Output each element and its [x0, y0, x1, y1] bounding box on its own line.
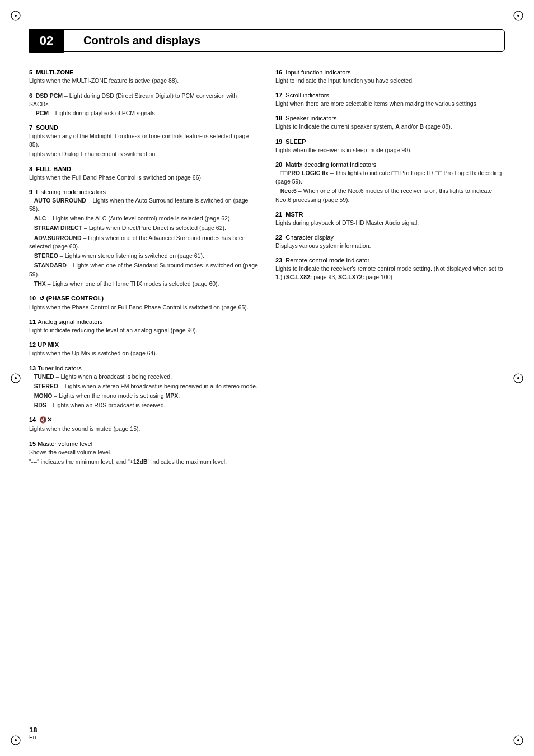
section-19-body: Lights when the receiver is in sleep mod… — [275, 146, 505, 154]
section-20: 20 Matrix decoding format indicators □□P… — [275, 161, 505, 204]
svg-point-5 — [15, 739, 17, 741]
chapter-number: 02 — [29, 29, 64, 53]
svg-point-1 — [15, 15, 17, 17]
section-8-body: Lights when the Full Band Phase Control … — [29, 173, 259, 182]
section-22-body: Displays various system information. — [275, 242, 505, 250]
section-16-body: Light to indicate the input function you… — [275, 77, 505, 85]
section-6-body: 6 DSD PCM – Light during DSD (Direct Str… — [29, 92, 259, 118]
svg-point-9 — [15, 377, 17, 379]
section-11-title: 11 Analog signal indicators — [29, 318, 259, 325]
section-12: 12 UP MIX Lights when the Up Mix is swit… — [29, 341, 259, 358]
section-17-title: 17 Scroll indicators — [275, 92, 505, 98]
section-7-title: 7 SOUND — [29, 124, 259, 131]
section-16: 16 Input function indicators Light to in… — [275, 69, 505, 85]
section-15-title: 15 Master volume level — [29, 440, 259, 447]
left-column: 5 MULTI-ZONE Lights when the MULTI-ZONE … — [29, 69, 259, 473]
footer: 18 En — [29, 726, 37, 740]
section-9-body: AUTO SURROUND – Lights when the Auto Sur… — [29, 196, 259, 288]
section-5-body: Lights when the MULTI-ZONE feature is ac… — [29, 77, 259, 85]
section-6: 6 DSD PCM – Light during DSD (Direct Str… — [29, 92, 259, 118]
section-9: 9 Listening mode indicators AUTO SURROUN… — [29, 189, 259, 288]
section-22-title: 22 Character display — [275, 234, 505, 241]
main-content: 5 MULTI-ZONE Lights when the MULTI-ZONE … — [29, 69, 505, 473]
corner-mark-tr — [513, 10, 524, 21]
section-23-title: 23 Remote control mode indicator — [275, 257, 505, 264]
section-10: 10 ↺ (PHASE CONTROL) Lights when the Pha… — [29, 295, 259, 312]
page-number: 18 — [29, 726, 37, 734]
section-20-body: □□PRO LOGIC IIx – This lights to indicat… — [275, 169, 505, 204]
section-18-body: Lights to indicate the current speaker s… — [275, 123, 505, 131]
section-8: 8 FULL BAND Lights when the Full Band Ph… — [29, 166, 259, 182]
section-5-title: 5 MULTI-ZONE — [29, 69, 259, 76]
section-14-title: 14 🔇✕ — [29, 416, 259, 424]
header: 02 Controls and displays — [29, 29, 505, 52]
section-8-title: 8 FULL BAND — [29, 166, 259, 172]
section-11-body: Light to indicate reducing the level of … — [29, 326, 259, 335]
section-7-body: Lights when any of the Midnight, Loudnes… — [29, 132, 259, 159]
corner-mark-mr — [513, 373, 524, 384]
section-12-body: Lights when the Up Mix is switched on (p… — [29, 349, 259, 358]
section-10-body: Lights when the Phase Control or Full Ba… — [29, 303, 259, 312]
corner-mark-tl — [10, 10, 21, 21]
phase-control-icon: ↺ — [39, 295, 44, 302]
section-13-body: TUNED – Lights when a broadcast is being… — [29, 373, 259, 410]
section-13-title: 13 Tuner indicators — [29, 365, 259, 372]
section-15: 15 Master volume level Shows the overall… — [29, 440, 259, 466]
section-23: 23 Remote control mode indicator Lights … — [275, 257, 505, 281]
section-21: 21 MSTR Lights during playback of DTS-HD… — [275, 211, 505, 227]
corner-mark-br — [513, 735, 524, 746]
section-19: 19 SLEEP Lights when the receiver is in … — [275, 138, 505, 154]
section-22: 22 Character display Displays various sy… — [275, 234, 505, 250]
svg-point-11 — [517, 377, 519, 379]
section-10-title: 10 ↺ (PHASE CONTROL) — [29, 295, 259, 302]
section-9-title: 9 Listening mode indicators — [29, 189, 259, 195]
section-15-body: Shows the overall volume level. "---" in… — [29, 448, 259, 466]
page-title: Controls and displays — [83, 34, 200, 47]
section-21-title: 21 MSTR — [275, 211, 505, 218]
section-12-title: 12 UP MIX — [29, 341, 259, 348]
svg-point-3 — [517, 15, 519, 17]
section-7: 7 SOUND Lights when any of the Midnight,… — [29, 124, 259, 159]
right-column: 16 Input function indicators Light to in… — [275, 69, 505, 473]
section-17: 17 Scroll indicators Light when there ar… — [275, 92, 505, 108]
language-label: En — [29, 734, 37, 740]
section-14-body: Lights when the sound is muted (page 15)… — [29, 425, 259, 433]
section-17-body: Light when there are more selectable ite… — [275, 100, 505, 108]
section-18-title: 18 Speaker indicators — [275, 115, 505, 121]
section-5: 5 MULTI-ZONE Lights when the MULTI-ZONE … — [29, 69, 259, 85]
section-23-body: Lights to indicate the receiver's remote… — [275, 265, 505, 281]
section-16-title: 16 Input function indicators — [275, 69, 505, 76]
section-20-title: 20 Matrix decoding format indicators — [275, 161, 505, 168]
section-13: 13 Tuner indicators TUNED – Lights when … — [29, 365, 259, 410]
corner-mark-bl — [10, 735, 21, 746]
section-14: 14 🔇✕ Lights when the sound is muted (pa… — [29, 416, 259, 433]
mute-icon: 🔇✕ — [39, 416, 52, 424]
section-11: 11 Analog signal indicators Light to ind… — [29, 318, 259, 335]
svg-point-7 — [517, 739, 519, 741]
section-19-title: 19 SLEEP — [275, 138, 505, 145]
section-18: 18 Speaker indicators Lights to indicate… — [275, 115, 505, 131]
corner-mark-ml — [10, 373, 21, 384]
section-21-body: Lights during playback of DTS-HD Master … — [275, 219, 505, 227]
